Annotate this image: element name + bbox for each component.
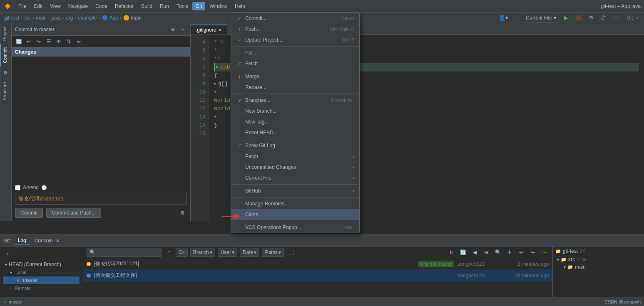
redo-log-icon[interactable]: ↪ [528,248,537,257]
profile-icon[interactable]: ⏱ [598,13,609,23]
prev-icon[interactable]: ◀ [470,248,479,257]
menu-github[interactable]: GitHub › [231,185,359,196]
paths-filter[interactable]: Paths ▾ [262,248,284,257]
log-row-2[interactable]: [初次提交工程文件] zengpch123 28 minutes ago [83,270,552,281]
breadcrumb-src[interactable]: src [24,15,31,21]
commit-settings-icon[interactable]: ⚙ [178,208,187,217]
menu-help[interactable]: Help [231,2,249,10]
branch-filter[interactable]: Branch ▾ [190,248,215,257]
coverage-icon[interactable]: ⚙ [586,13,597,23]
project-tab[interactable]: Project [0,23,11,44]
undo-icon[interactable]: ↩ [24,37,33,46]
menu-reset-head[interactable]: Reset HEAD... [231,127,359,138]
breadcrumb-example[interactable]: example [78,15,97,21]
menu-patch[interactable]: Patch › [231,151,359,162]
remote-group[interactable]: › Remote [3,284,80,292]
menu-update[interactable]: ✓ Update Project... Ctrl+T [231,35,359,45]
menu-push[interactable]: ↑ Push... Ctrl+Shift+K [231,24,359,35]
date-filter[interactable]: Date ▾ [240,248,259,257]
tab-console[interactable]: Console ✕ [31,237,63,245]
expand-icon[interactable]: ⇔ [74,37,83,46]
menu-edit[interactable]: Edit [30,2,46,10]
breadcrumb-java[interactable]: java [52,15,61,21]
menu-branches[interactable]: ⑂ Branches... Ctrl+Shift+` [231,95,359,106]
menu-rebase[interactable]: Rebase... [231,82,359,93]
tab-log[interactable]: Log [15,236,30,245]
sort-icon[interactable]: ⇅ [64,37,73,46]
commit-push-button[interactable]: Commit and Push... [46,208,101,218]
menu-run[interactable]: Run [157,2,172,10]
regex-icon[interactable]: .* [164,248,173,257]
cc-filter[interactable]: Cc [176,248,188,257]
console-close-icon[interactable]: ✕ [56,238,60,243]
minimize-icon[interactable]: – [179,25,187,34]
breadcrumb-main-method[interactable]: 🟠 main [123,15,142,21]
menu-clone[interactable]: Clone... [231,209,359,220]
src-folder-item[interactable]: ▾ 📁 src 2 file [555,256,642,263]
menu-navigate[interactable]: Navigate [65,2,91,10]
redo-icon[interactable]: ↪ [34,37,43,46]
menu-show-git-log[interactable]: ⎇ Show Git Log [231,140,359,151]
tab-close-icon[interactable]: ✕ [219,28,222,32]
menu-window[interactable]: Window [206,2,231,10]
main-folder-item[interactable]: ▾ 📁 main [555,263,642,271]
grid-icon[interactable]: ⊞ [482,248,491,257]
search-log-icon[interactable]: 🔍 [493,248,502,257]
tab-gitignore[interactable]: .gitignore ✕ [191,25,227,35]
log-author-2: zengpch123 [458,273,499,279]
current-file-dropdown[interactable]: Current File ▾ [523,13,559,23]
github-arrow-icon: › [353,188,354,193]
log-row-1[interactable]: [修改代码20231121] origin & master zengpch12… [83,258,552,270]
refresh-icon[interactable]: 🔄 [14,37,23,46]
menu-refactor[interactable]: Refactor [112,2,137,10]
view-icon[interactable]: 👁 [54,37,63,46]
user-filter[interactable]: User ▾ [218,248,237,257]
breadcrumb-main[interactable]: main [36,15,47,21]
menu-git[interactable]: Git [192,2,205,10]
bookmarks-tab[interactable]: ⚙ [0,67,11,79]
breadcrumb-git-test[interactable]: git-test [4,15,19,21]
user-icon[interactable]: 👤▾ [498,13,509,23]
menu-build[interactable]: Build [138,2,156,10]
log-dot-1 [87,262,91,266]
back-icon[interactable]: ← [510,13,521,23]
fullscreen-icon[interactable]: ⛶ [286,248,296,257]
structure-tab[interactable]: Structure [0,79,11,104]
menu-tools[interactable]: Tools [173,2,191,10]
settings-icon[interactable]: ⚙ [169,25,177,34]
menu-new-branch[interactable]: New Branch... [231,106,359,116]
run-icon[interactable]: ▶ [561,13,572,23]
menu-new-tag[interactable]: New Tag... [231,116,359,127]
menu-uncommitted[interactable]: Uncommitted Changes › [231,162,359,173]
menu-commit[interactable]: ✓ Commit... Ctrl+K [231,13,359,24]
pause-icon[interactable]: ⏸ [447,248,456,257]
breadcrumb-org[interactable]: org [66,15,73,21]
commit-tab[interactable]: Commit [0,44,11,67]
menu-view[interactable]: View [47,2,64,10]
diff-icon[interactable]: ☰ [44,37,53,46]
more-options-icon[interactable]: ⋯ [611,13,622,23]
menu-file[interactable]: File [15,2,30,10]
plus-icon[interactable]: ✛ [505,248,514,257]
menu-merge[interactable]: ⤵ Merge... [231,71,359,82]
refresh-log-icon[interactable]: 🔄 [458,248,467,257]
debug-icon[interactable]: 🐞 [573,13,584,23]
master-branch-item[interactable]: 🏷 master [3,276,80,284]
menu-code[interactable]: Code [92,2,111,10]
pull-icon [236,49,243,56]
log-search-input[interactable] [87,248,162,257]
menu-pull[interactable]: Pull... [231,47,359,58]
menu-manage-remotes[interactable]: Manage Remotes... [231,198,359,209]
undo-log-icon[interactable]: ↩ [517,248,526,257]
head-branch-item[interactable]: ▾ HEAD (Current Branch) [3,261,80,268]
menu-vcs-popup[interactable]: VCS Operations Popup... Alt+` [231,222,359,233]
sidebar-back-btn[interactable]: ‹ [3,249,12,258]
menu-bar: 🔶 File Edit View Navigate Code Refactor … [0,0,644,12]
breadcrumb-app[interactable]: 🔵 App [102,15,118,21]
patch-arrow-icon: › [353,154,354,159]
commit-button[interactable]: Commit [15,208,43,218]
menu-fetch[interactable]: ✓ Fetch [231,58,359,69]
more-log-icon[interactable]: ⋯ [540,248,549,257]
amend-checkbox[interactable] [15,185,20,190]
menu-current-file[interactable]: Current File › [231,173,359,183]
